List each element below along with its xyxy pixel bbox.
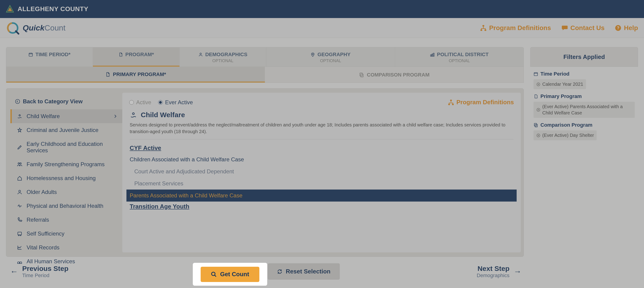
back-to-category-view[interactable]: Back to Category View bbox=[10, 94, 122, 108]
next-step-minor: Demographics bbox=[477, 272, 510, 278]
svg-rect-17 bbox=[360, 73, 362, 76]
program-list: CYF Active Children Associated with a Ch… bbox=[126, 143, 517, 212]
category-referrals[interactable]: Referrals bbox=[10, 213, 122, 227]
svg-point-12 bbox=[312, 54, 313, 54]
radio-ever-active[interactable]: Ever Active bbox=[158, 99, 193, 106]
category-criminal-juvenile-justice[interactable]: Criminal and Juvenile Justice bbox=[10, 123, 122, 137]
pd-link-label: Program Definitions bbox=[456, 99, 514, 106]
category-label: Self Sufficiency bbox=[26, 230, 64, 237]
calendar-icon bbox=[534, 72, 538, 76]
sitemap-icon bbox=[448, 99, 454, 106]
previous-step-major: Previous Step bbox=[22, 265, 68, 272]
help-link[interactable]: ? Help bbox=[615, 24, 638, 32]
group-transition-age-youth[interactable]: Transition Age Youth bbox=[126, 202, 517, 212]
program-definitions-link[interactable]: Program Definitions bbox=[480, 24, 551, 32]
filter-chip-primary-program[interactable]: (Ever Active) Parents Associated with a … bbox=[534, 102, 635, 118]
filter-group-title: Comparison Program bbox=[540, 122, 592, 128]
document-icon bbox=[105, 72, 110, 77]
back-label: Back to Category View bbox=[23, 98, 82, 105]
previous-step-minor: Time Period bbox=[22, 272, 68, 278]
tab-political-district[interactable]: POLITICAL DISTRICT OPTIONAL bbox=[395, 48, 524, 66]
category-label: Vital Records bbox=[26, 244, 60, 251]
brand-bold: Quick bbox=[23, 23, 44, 32]
header-links: Program Definitions Contact Us ? Help bbox=[480, 24, 638, 32]
svg-rect-14 bbox=[432, 54, 433, 56]
county-topbar: ALLEGHENY COUNTY bbox=[0, 0, 644, 18]
program-definitions-inline-link[interactable]: Program Definitions bbox=[448, 99, 514, 106]
filter-chip-time-period[interactable]: Calendar Year 2021 bbox=[534, 79, 586, 89]
category-physical-behavioral-health[interactable]: Physical and Behavioral Health bbox=[10, 199, 122, 213]
tab-geography-sub: OPTIONAL bbox=[268, 58, 392, 63]
tab-geography[interactable]: GEOGRAPHY OPTIONAL bbox=[266, 48, 395, 66]
svg-rect-36 bbox=[534, 124, 536, 126]
category-early-childhood-education[interactable]: Early Childhood and Education Services bbox=[10, 137, 122, 158]
subtab-primary-program[interactable]: PRIMARY PROGRAM* bbox=[6, 67, 265, 82]
chart-line-icon bbox=[17, 245, 22, 250]
contact-us-link[interactable]: Contact Us bbox=[561, 24, 605, 32]
previous-step-button[interactable]: ← Previous Step Time Period bbox=[10, 265, 68, 278]
svg-line-4 bbox=[16, 31, 19, 34]
category-label: Early Childhood and Education Services bbox=[26, 141, 118, 154]
svg-point-20 bbox=[18, 163, 20, 164]
tab-demographics[interactable]: DEMOGRAPHICS OPTIONAL bbox=[180, 48, 266, 66]
category-homelessness-housing[interactable]: Homelessness and Housing bbox=[10, 171, 122, 185]
program-placement-services[interactable]: Placement Services bbox=[126, 178, 517, 190]
category-label: Criminal and Juvenile Justice bbox=[26, 127, 98, 133]
tab-time-period[interactable]: TIME PERIOD* bbox=[6, 48, 93, 66]
filter-group-comparison-program: Comparison Program (Ever Active) Day She… bbox=[534, 122, 635, 140]
tab-program[interactable]: PROGRAM* bbox=[93, 48, 180, 66]
category-vital-records[interactable]: Vital Records bbox=[10, 240, 122, 254]
document-icon bbox=[534, 94, 538, 99]
radio-active-input[interactable] bbox=[129, 100, 134, 105]
contact-us-label: Contact Us bbox=[570, 24, 605, 32]
phone-icon bbox=[17, 217, 22, 222]
hand-child-icon bbox=[130, 111, 137, 118]
svg-rect-23 bbox=[18, 232, 22, 235]
copy-icon bbox=[359, 72, 364, 78]
category-older-adults[interactable]: Older Adults bbox=[10, 185, 122, 199]
filter-chip-comparison-program[interactable]: (Ever Active) Day Shelter bbox=[534, 130, 596, 140]
program-subtabs: PRIMARY PROGRAM* COMPARISON PROGRAM bbox=[6, 67, 524, 83]
detail-title: Child Welfare bbox=[141, 111, 185, 119]
chat-icon bbox=[561, 24, 568, 32]
arrow-right-icon: → bbox=[514, 267, 522, 276]
svg-rect-10 bbox=[29, 53, 32, 56]
svg-rect-27 bbox=[448, 104, 450, 105]
subtab-primary-label: PRIMARY PROGRAM* bbox=[113, 72, 166, 78]
program-children-associated[interactable]: Children Associated with a Child Welfare… bbox=[126, 154, 517, 166]
svg-rect-26 bbox=[450, 100, 452, 101]
detail-description: Services designed to prevent/address the… bbox=[126, 121, 517, 139]
program-court-active[interactable]: Court Active and Adjudicated Dependent bbox=[126, 166, 517, 178]
bus-icon bbox=[17, 231, 22, 236]
svg-rect-6 bbox=[480, 29, 482, 31]
next-step-button[interactable]: Next Step Demographics → bbox=[477, 265, 522, 278]
arrow-left-circle-icon bbox=[15, 99, 20, 104]
svg-point-18 bbox=[16, 100, 20, 104]
tab-political-sub: OPTIONAL bbox=[397, 58, 521, 63]
reset-selection-button[interactable]: Reset Selection bbox=[268, 263, 340, 280]
category-self-sufficiency[interactable]: Self Sufficiency bbox=[10, 227, 122, 240]
category-label: Older Adults bbox=[26, 189, 57, 195]
person-icon bbox=[198, 52, 203, 57]
county-logo-icon bbox=[6, 4, 14, 14]
program-parents-associated[interactable]: Parents Associated with a Child Welfare … bbox=[126, 190, 517, 202]
svg-point-22 bbox=[19, 190, 20, 192]
filter-group-time-period: Time Period Calendar Year 2021 bbox=[534, 71, 635, 89]
subtab-comparison-program[interactable]: COMPARISON PROGRAM bbox=[265, 67, 524, 82]
group-cyf-active[interactable]: CYF Active bbox=[126, 143, 517, 154]
radio-active[interactable]: Active bbox=[129, 99, 151, 106]
svg-rect-32 bbox=[534, 72, 538, 76]
category-sidebar: Back to Category View Child Welfare Crim… bbox=[6, 93, 122, 252]
podium-icon bbox=[430, 52, 434, 57]
category-family-strengthening[interactable]: Family Strengthening Programs bbox=[10, 158, 122, 171]
get-count-button-highlighted[interactable]: Get Count bbox=[201, 267, 259, 282]
category-child-welfare[interactable]: Child Welfare bbox=[10, 109, 122, 123]
svg-point-11 bbox=[200, 53, 202, 54]
calendar-icon bbox=[28, 52, 33, 57]
pin-icon bbox=[310, 52, 315, 57]
radio-ever-active-input[interactable] bbox=[158, 100, 163, 105]
filter-group-title: Time Period bbox=[540, 71, 570, 77]
reset-selection-label: Reset Selection bbox=[286, 268, 330, 275]
svg-rect-28 bbox=[452, 104, 454, 105]
detail-section-head: Child Welfare bbox=[126, 109, 517, 121]
